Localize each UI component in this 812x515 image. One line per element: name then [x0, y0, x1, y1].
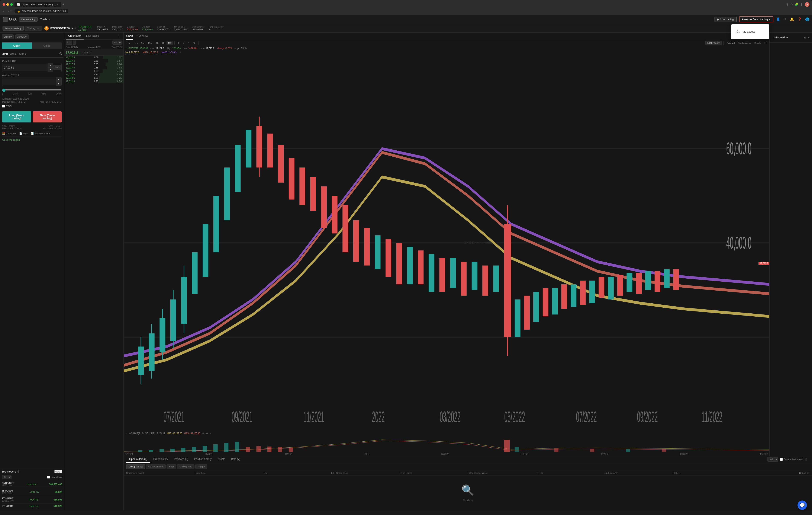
go-to-live-trading-link[interactable]: Go to live trading	[2, 137, 62, 143]
tab-overview[interactable]: Overview	[137, 33, 148, 40]
trading-bot-button[interactable]: Trading bot	[25, 26, 42, 31]
ob-buy-row[interactable]: 17,017.3 0.93 2.80	[64, 62, 123, 66]
ob-view-sell-btn[interactable]: ↑	[69, 40, 72, 45]
ob-buy-row[interactable]: 17,013.6 1.26 7.25	[64, 76, 123, 80]
manual-trading-button[interactable]: Manual trading	[3, 26, 24, 31]
my-assets-item[interactable]: 🗂 My assets	[734, 28, 766, 36]
mover-item[interactable]: YFII/USDT 12/06, 13:41 Large buy 66,622	[2, 488, 62, 496]
chart-crosshair-btn[interactable]: ⊕	[176, 41, 181, 45]
orderbook-menu-icon[interactable]: ⋮	[117, 34, 121, 38]
user-avatar[interactable]: J	[805, 2, 809, 7]
settings-icon[interactable]: ⚙	[808, 36, 810, 39]
browser-menu-icon[interactable]: ⋮	[800, 3, 803, 6]
chart-fullscreen-btn[interactable]: ⛶	[763, 41, 767, 45]
amount-up-btn[interactable]: ▲	[56, 77, 61, 82]
tab-positions[interactable]: Positions (0)	[171, 456, 191, 463]
chart-pencil-btn[interactable]: ✏	[186, 41, 191, 45]
chart-1w-btn[interactable]: 1W	[167, 41, 173, 45]
current-pair-checkbox[interactable]	[47, 476, 50, 479]
bottom-panel-menu-icon[interactable]: ⋮	[805, 458, 808, 461]
close-button[interactable]: Close	[32, 43, 62, 49]
volume-settings-icon[interactable]: ⚙	[206, 432, 208, 435]
original-view-button[interactable]: Original	[725, 41, 736, 45]
demo-trading-badge[interactable]: Demo trading	[19, 17, 38, 22]
ob-buy-row[interactable]: 17,017.4 0.80 1.87	[64, 59, 123, 62]
tab-close-btn[interactable]: ✕	[57, 3, 58, 5]
tpsl-checkbox[interactable]	[2, 105, 5, 108]
ob-view-buy-btn[interactable]: ↓	[73, 40, 76, 45]
live-trading-button[interactable]: ▶ Live trading	[715, 17, 736, 22]
chart-line-tool-btn[interactable]: ╱	[182, 41, 186, 45]
subtab-limit-market[interactable]: Limit | Market	[126, 464, 145, 469]
tab-order-history[interactable]: Order history	[150, 456, 171, 463]
ob-buy-row[interactable]: 17,011.8 1.28 8.53	[64, 80, 123, 83]
position-builder-button[interactable]: 📊 Position builder	[31, 132, 51, 135]
trade-menu[interactable]: Trade ▾	[40, 18, 50, 21]
tab-last-trades[interactable]: Last trades	[84, 33, 101, 39]
bell-icon[interactable]: 🔔	[790, 17, 794, 21]
price-type-button[interactable]: Last Price ▾	[705, 41, 722, 45]
chart-1m-btn[interactable]: 1m	[133, 41, 139, 45]
tab-bots[interactable]: Bots (7)	[228, 456, 243, 463]
open-button[interactable]: Open	[2, 43, 32, 49]
tab-position-history[interactable]: Position history	[191, 456, 214, 463]
amount-down-btn[interactable]: ▼	[56, 82, 61, 86]
chart-5m-btn[interactable]: 5m	[140, 41, 146, 45]
leverage-select[interactable]: 10.00X ▾	[16, 34, 29, 39]
bbo-button[interactable]: BBO	[53, 65, 61, 70]
ob-buy-row[interactable]: 17,015.9 1.08 4.76	[64, 69, 123, 73]
grid-icon[interactable]: ⊞	[804, 36, 806, 39]
subtab-advanced-limit[interactable]: Advanced limit	[146, 464, 166, 469]
movers-filter-select[interactable]: All	[2, 475, 11, 479]
chart-1h-btn[interactable]: 1h	[154, 41, 160, 45]
tab-assets[interactable]: Assets	[214, 456, 228, 463]
limit-button[interactable]: Limit	[2, 53, 8, 55]
tab-open-orders[interactable]: Open orders (0)	[126, 456, 150, 463]
chat-fab[interactable]: 💬	[798, 500, 807, 510]
calculator-button[interactable]: 🧮 Calculator	[2, 132, 17, 135]
download-icon[interactable]: ⬇	[784, 17, 786, 21]
help-icon[interactable]: ❓	[798, 17, 802, 21]
long-button[interactable]: Long (Demo trading)	[2, 111, 31, 123]
ob-view-both-btn[interactable]: ≡	[66, 40, 69, 45]
depth-button[interactable]: Depth	[753, 41, 762, 45]
cross-select[interactable]: Cross ▾	[2, 34, 13, 39]
back-button[interactable]: ←	[3, 9, 5, 13]
subtab-trailing-stop[interactable]: Trailing stop	[177, 464, 195, 469]
stop-button[interactable]: Stop ▾	[19, 53, 26, 55]
chart-15m-btn[interactable]: 15m	[146, 41, 153, 45]
ob-size-select[interactable]: 0.1	[112, 40, 122, 45]
bookmark-icon[interactable]: ☆	[790, 3, 793, 6]
assets-demo-button[interactable]: Assets – Demo trading ▾	[739, 17, 774, 22]
extension-icon[interactable]: 🧩	[795, 3, 799, 6]
subtab-trigger[interactable]: Trigger	[195, 464, 207, 469]
more-button[interactable]: More ›	[54, 470, 62, 473]
reload-button[interactable]: ↻	[10, 9, 13, 13]
mover-item[interactable]: KNC/USDT 12/06, 13:41 Large buy 369,587,…	[2, 481, 62, 488]
chart-settings-btn[interactable]: ⚙	[192, 41, 197, 45]
person-icon[interactable]: 👤	[776, 17, 780, 21]
chart-canvas[interactable]: 60,000.0 40,000.0 07/2021 09/2021 11/202…	[124, 54, 770, 431]
price-input[interactable]	[2, 64, 48, 71]
volume-eye-icon[interactable]: 👁	[202, 432, 204, 435]
new-tab-button[interactable]: +	[62, 3, 65, 6]
bottom-filter-select[interactable]: All	[767, 457, 778, 462]
share-icon[interactable]: ⬆	[786, 3, 788, 6]
price-up-btn[interactable]: ▲	[48, 63, 53, 67]
amount-input[interactable]	[2, 79, 56, 85]
tab-order-book[interactable]: Order book	[66, 33, 84, 39]
volume-close-icon[interactable]: ✕	[210, 432, 211, 435]
price-down-btn[interactable]: ▼	[48, 67, 53, 72]
fees-button[interactable]: 📄 Fees	[19, 132, 28, 135]
mover-item[interactable]: ETH/USDT 12/06, 13:40 Large buy 610,893	[2, 496, 62, 504]
market-button[interactable]: Market	[9, 53, 18, 55]
globe-icon[interactable]: 🌐	[805, 17, 809, 21]
tradingview-button[interactable]: TradingView	[737, 41, 752, 45]
chart-line-btn[interactable]: Line	[125, 41, 133, 45]
pair-selector[interactable]: ₿ BTCUSDT1209 ▾ ℹ	[45, 26, 76, 30]
tab-chart[interactable]: Chart	[126, 33, 133, 40]
chart-4h-btn[interactable]: 4h	[161, 41, 166, 45]
subtab-stop[interactable]: Stop	[167, 464, 176, 469]
ob-buy-row[interactable]: 17,017.0 0.88 3.68	[64, 66, 123, 69]
current-instrument-checkbox[interactable]	[780, 458, 783, 461]
